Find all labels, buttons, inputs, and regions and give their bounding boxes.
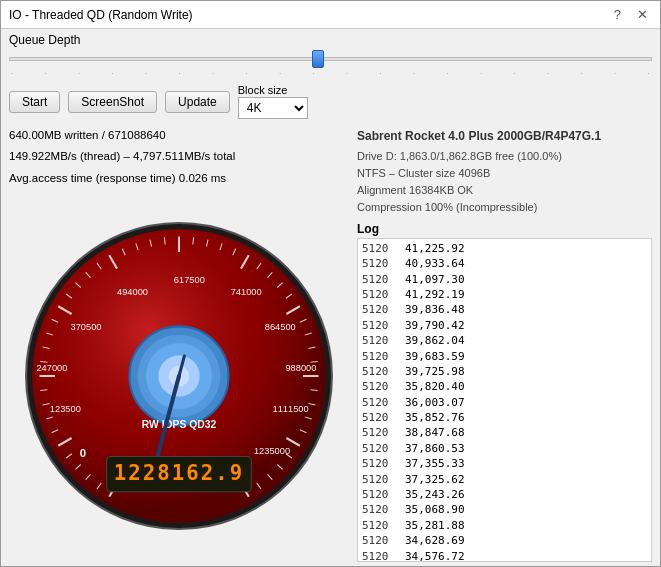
- block-size-label: Block size: [238, 84, 308, 96]
- window-title: IO - Threaded QD (Random Write): [9, 8, 193, 22]
- log-value: 41,292.19: [405, 287, 465, 302]
- log-row: 512035,820.40: [362, 379, 647, 394]
- svg-text:1111500: 1111500: [273, 405, 309, 415]
- log-queue: 5120: [362, 333, 397, 348]
- left-panel: 640.00MB written / 671088640 149.922MB/s…: [9, 127, 349, 562]
- log-value: 41,225.92: [405, 241, 465, 256]
- main-window: IO - Threaded QD (Random Write) ? ✕ Queu…: [0, 0, 661, 567]
- start-button[interactable]: Start: [9, 91, 60, 113]
- title-controls: ? ✕: [610, 7, 652, 22]
- log-row: 512035,243.26: [362, 487, 647, 502]
- gauge-container: 0 123500 247000 370500 494000 617500 741…: [9, 191, 349, 562]
- log-value: 34,576.72: [405, 549, 465, 562]
- log-queue: 5120: [362, 302, 397, 317]
- log-value: 35,852.76: [405, 410, 465, 425]
- log-queue: 5120: [362, 502, 397, 517]
- log-row: 512037,355.33: [362, 456, 647, 471]
- log-queue: 5120: [362, 364, 397, 379]
- log-queue: 5120: [362, 318, 397, 333]
- log-queue: 5120: [362, 256, 397, 271]
- log-row: 512040,933.64: [362, 256, 647, 271]
- log-row: 512034,628.69: [362, 533, 647, 548]
- block-size-group: Block size 4K 512 1K 2K 8K 16K 32K 64K 1…: [238, 84, 308, 119]
- log-value: 41,097.30: [405, 272, 465, 287]
- log-queue: 5120: [362, 241, 397, 256]
- log-value: 39,725.98: [405, 364, 465, 379]
- log-row: 512035,281.88: [362, 518, 647, 533]
- close-button[interactable]: ✕: [633, 7, 652, 22]
- log-value: 38,847.68: [405, 425, 465, 440]
- slider-container: [9, 49, 652, 69]
- log-value: 40,933.64: [405, 256, 465, 271]
- svg-text:370500: 370500: [71, 322, 102, 332]
- svg-text:RW IOPS QD32: RW IOPS QD32: [142, 419, 217, 430]
- log-queue: 5120: [362, 287, 397, 302]
- drive-name: Sabrent Rocket 4.0 Plus 2000GB/R4P47G.1: [357, 127, 652, 146]
- log-value: 35,243.26: [405, 487, 465, 502]
- log-queue: 5120: [362, 518, 397, 533]
- title-bar: IO - Threaded QD (Random Write) ? ✕: [1, 1, 660, 29]
- update-button[interactable]: Update: [165, 91, 230, 113]
- log-row: 512039,683.59: [362, 349, 647, 364]
- log-row: 512041,097.30: [362, 272, 647, 287]
- log-value: 39,836.48: [405, 302, 465, 317]
- drive-alignment: Alignment 16384KB OK: [357, 182, 652, 199]
- queue-depth-label: Queue Depth: [9, 33, 652, 47]
- log-queue: 5120: [362, 456, 397, 471]
- log-row: 512036,003.07: [362, 395, 647, 410]
- svg-text:1235000: 1235000: [254, 446, 290, 456]
- log-value: 39,790.42: [405, 318, 465, 333]
- log-row: 512039,862.04: [362, 333, 647, 348]
- right-panel: Sabrent Rocket 4.0 Plus 2000GB/R4P47G.1 …: [357, 127, 652, 562]
- log-row: 512034,576.72: [362, 549, 647, 562]
- log-value: 36,003.07: [405, 395, 465, 410]
- svg-text:617500: 617500: [174, 275, 205, 285]
- drive-path: Drive D: 1,863.0/1,862.8GB free (100.0%): [357, 148, 652, 165]
- stats-written: 640.00MB written / 671088640: [9, 127, 349, 144]
- svg-text:988000: 988000: [285, 363, 316, 373]
- help-button[interactable]: ?: [610, 7, 625, 22]
- drive-compression: Compression 100% (Incompressible): [357, 199, 652, 216]
- log-queue: 5120: [362, 349, 397, 364]
- log-queue: 5120: [362, 441, 397, 456]
- gauge-svg: 0 123500 247000 370500 494000 617500 741…: [24, 221, 334, 531]
- log-value: 39,862.04: [405, 333, 465, 348]
- log-queue: 5120: [362, 272, 397, 287]
- svg-text:0: 0: [80, 447, 86, 459]
- log-container[interactable]: 512041,225.92512040,933.64512041,097.305…: [357, 238, 652, 562]
- svg-text:741000: 741000: [231, 288, 262, 298]
- log-value: 37,860.53: [405, 441, 465, 456]
- svg-text:247000: 247000: [36, 363, 67, 373]
- svg-text:123500: 123500: [50, 405, 81, 415]
- log-row: 512037,860.53: [362, 441, 647, 456]
- screenshot-button[interactable]: ScreenShot: [68, 91, 157, 113]
- queue-depth-slider[interactable]: [312, 50, 324, 68]
- log-queue: 5120: [362, 472, 397, 487]
- log-row: 512039,790.42: [362, 318, 647, 333]
- log-value: 39,683.59: [405, 349, 465, 364]
- log-queue: 5120: [362, 410, 397, 425]
- drive-ntfs: NTFS – Cluster size 4096B: [357, 165, 652, 182]
- log-row: 512039,836.48: [362, 302, 647, 317]
- log-value: 35,820.40: [405, 379, 465, 394]
- stats-throughput: 149.922MB/s (thread) – 4,797.511MB/s tot…: [9, 148, 349, 165]
- log-value: 34,628.69: [405, 533, 465, 548]
- block-size-select[interactable]: 4K 512 1K 2K 8K 16K 32K 64K 128K 256K 51…: [238, 97, 308, 119]
- log-row: 512035,068.90: [362, 502, 647, 517]
- log-queue: 5120: [362, 379, 397, 394]
- controls-row: Start ScreenShot Update Block size 4K 51…: [1, 80, 660, 123]
- slider-ticks: · · · · · · · · · · · · · · · · · · · ·: [9, 69, 652, 78]
- log-row: 512035,852.76: [362, 410, 647, 425]
- log-queue: 5120: [362, 425, 397, 440]
- stats-avg-access: Avg.access time (response time) 0.026 ms: [9, 170, 349, 187]
- log-queue: 5120: [362, 549, 397, 562]
- log-queue: 5120: [362, 395, 397, 410]
- log-queue: 5120: [362, 487, 397, 502]
- svg-text:494000: 494000: [117, 288, 148, 298]
- drive-info: Sabrent Rocket 4.0 Plus 2000GB/R4P47G.1 …: [357, 127, 652, 216]
- queue-depth-section: Queue Depth · · · · · · · · · · · · · · …: [1, 29, 660, 80]
- log-row: 512041,292.19: [362, 287, 647, 302]
- log-row: 512038,847.68: [362, 425, 647, 440]
- svg-text:1228162.9: 1228162.9: [114, 462, 245, 486]
- log-value: 37,355.33: [405, 456, 465, 471]
